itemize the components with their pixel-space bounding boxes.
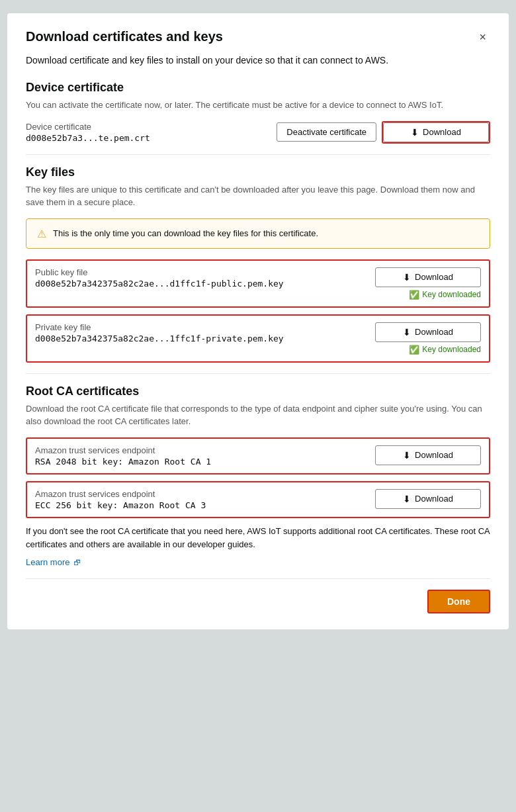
device-cert-value: d008e52b7a3...te.pem.crt [26, 133, 277, 143]
root-ca3-value: ECC 256 bit key: Amazon Root CA 3 [35, 500, 365, 510]
modal-container: Download certificates and keys × Downloa… [7, 13, 509, 629]
root-ca3-actions: ⬇ Download [365, 489, 481, 509]
private-key-label: Private key file [35, 322, 365, 332]
root-ca1-label: Amazon trust services endpoint [35, 445, 365, 455]
private-key-row: Private key file d008e52b7a342375a82c2ae… [27, 316, 489, 361]
download-icon-public: ⬇ [403, 272, 411, 283]
public-key-value: d008e52b7a342375a82c2ae...d1ffc1f-public… [35, 279, 365, 289]
device-cert-label: Device certificate [26, 122, 277, 132]
root-ca-section: Root CA certificates Download the root C… [26, 384, 490, 518]
learn-more-link[interactable]: Learn more 🗗 [26, 557, 81, 567]
footer-description: If you don't see the root CA certificate… [26, 525, 490, 553]
root-ca1-actions: ⬇ Download [365, 445, 481, 465]
key-files-description: The key files are unique to this certifi… [26, 183, 490, 209]
private-key-actions: ⬇ Download ✅ Key downloaded [365, 322, 481, 355]
device-cert-actions: Deactivate certificate ⬇ Download [277, 121, 490, 144]
root-ca1-info: Amazon trust services endpoint RSA 2048 … [35, 445, 365, 467]
modal-footer: Done [26, 578, 490, 613]
download-highlight-device: ⬇ Download [382, 121, 490, 144]
download-root-ca1-button[interactable]: ⬇ Download [375, 445, 481, 465]
root-ca3-label: Amazon trust services endpoint [35, 489, 365, 499]
root-ca3-row: Amazon trust services endpoint ECC 256 b… [27, 482, 489, 517]
warning-text: This is the only time you can download t… [53, 227, 318, 240]
deactivate-certificate-button[interactable]: Deactivate certificate [277, 122, 376, 142]
root-ca-description: Download the root CA certificate file th… [26, 402, 490, 428]
root-ca3-info: Amazon trust services endpoint ECC 256 b… [35, 489, 365, 510]
private-key-status: ✅ Key downloaded [409, 345, 481, 355]
private-key-highlight: Private key file d008e52b7a342375a82c2ae… [26, 314, 490, 363]
root-ca1-row: Amazon trust services endpoint RSA 2048 … [27, 439, 489, 473]
download-public-key-button[interactable]: ⬇ Download [375, 267, 481, 287]
modal-description: Download certificate and key files to in… [26, 54, 490, 68]
warning-box: ⚠ This is the only time you can download… [26, 218, 490, 249]
device-certificate-section: Device certificate You can activate the … [26, 81, 490, 144]
public-key-row: Public key file d008e52b7a342375a82c2ae.… [27, 261, 489, 306]
device-certificate-row: Device certificate d008e52b7a3...te.pem.… [26, 121, 490, 144]
root-ca-title: Root CA certificates [26, 384, 490, 398]
download-icon-device: ⬇ [411, 127, 419, 138]
public-key-status: ✅ Key downloaded [409, 290, 481, 300]
root-ca3-highlight: Amazon trust services endpoint ECC 256 b… [26, 481, 490, 518]
private-key-info: Private key file d008e52b7a342375a82c2ae… [35, 322, 365, 343]
public-key-highlight: Public key file d008e52b7a342375a82c2ae.… [26, 259, 490, 308]
modal-header: Download certificates and keys × [26, 29, 490, 46]
divider-1 [26, 154, 490, 155]
check-icon-private: ✅ [409, 345, 419, 355]
warning-icon: ⚠ [37, 228, 46, 240]
close-button[interactable]: × [475, 29, 490, 46]
device-cert-info: Device certificate d008e52b7a3...te.pem.… [26, 122, 277, 143]
root-ca1-highlight: Amazon trust services endpoint RSA 2048 … [26, 437, 490, 474]
root-ca1-value: RSA 2048 bit key: Amazon Root CA 1 [35, 457, 365, 467]
modal-title: Download certificates and keys [26, 29, 223, 44]
external-link-icon: 🗗 [73, 559, 81, 566]
key-files-title: Key files [26, 165, 490, 179]
download-private-key-button[interactable]: ⬇ Download [375, 322, 481, 342]
download-root-ca3-button[interactable]: ⬇ Download [375, 489, 481, 509]
device-certificate-description: You can activate the certificate now, or… [26, 99, 490, 112]
public-key-actions: ⬇ Download ✅ Key downloaded [365, 267, 481, 300]
private-key-value: d008e52b7a342375a82c2ae...1ffc1f-private… [35, 334, 365, 343]
device-certificate-title: Device certificate [26, 81, 490, 95]
public-key-label: Public key file [35, 267, 365, 277]
download-icon-root-ca3: ⬇ [403, 494, 411, 504]
check-icon-public: ✅ [409, 290, 419, 300]
key-files-section: Key files The key files are unique to th… [26, 165, 490, 363]
download-icon-root-ca1: ⬇ [403, 450, 411, 461]
public-key-info: Public key file d008e52b7a342375a82c2ae.… [35, 267, 365, 289]
footer-text-area: If you don't see the root CA certificate… [26, 525, 490, 568]
done-button[interactable]: Done [427, 590, 490, 613]
download-device-cert-button[interactable]: ⬇ Download [383, 122, 489, 142]
download-icon-private: ⬇ [403, 327, 411, 338]
divider-2 [26, 373, 490, 374]
